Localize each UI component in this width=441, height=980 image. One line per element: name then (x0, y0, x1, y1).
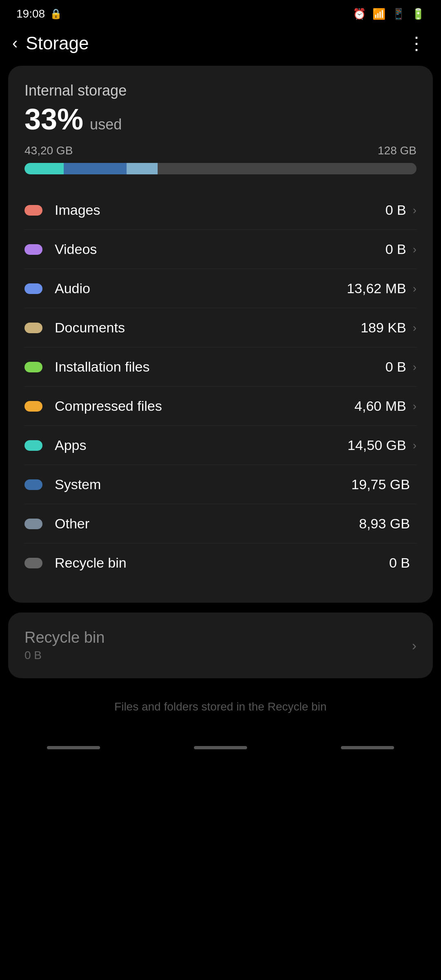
item-label: Compressed files (55, 398, 354, 414)
status-left: 19:08 🔒 (16, 7, 62, 20)
usage-percent: 33% (24, 102, 83, 136)
recycle-card-row: Recycle bin 0 B › (24, 629, 416, 662)
wifi-icon: 📶 (372, 8, 385, 20)
bar-segment-apps (64, 163, 127, 174)
item-label: Recycle bin (55, 555, 389, 571)
item-color-dot (24, 205, 42, 216)
item-size: 8,93 GB (359, 516, 410, 532)
more-options-button[interactable]: ⋮ (408, 33, 425, 53)
nav-pill-center (194, 746, 247, 749)
storage-item[interactable]: Apps14,50 GB› (24, 426, 416, 465)
item-label: Apps (55, 437, 347, 453)
back-button[interactable]: ‹ (12, 34, 18, 52)
item-color-dot (24, 440, 42, 451)
storage-item[interactable]: Videos0 B› (24, 230, 416, 269)
storage-item[interactable]: Installation files0 B› (24, 347, 416, 387)
total-gb-label: 128 GB (378, 144, 416, 157)
item-size: 14,50 GB (347, 437, 406, 453)
storage-item: Recycle bin0 B (24, 543, 416, 582)
storage-item[interactable]: Audio13,62 MB› (24, 269, 416, 308)
item-label: Videos (55, 241, 385, 257)
item-size: 4,60 MB (354, 398, 406, 414)
time-label: 19:08 (16, 7, 45, 20)
alarm-icon: ⏰ (353, 8, 366, 20)
storage-item: System19,75 GB (24, 465, 416, 504)
item-size: 0 B (385, 241, 406, 257)
top-bar: ‹ Storage ⋮ (0, 24, 441, 66)
nav-bar (0, 738, 441, 762)
recycle-card-title: Recycle bin (24, 629, 105, 646)
item-arrow-icon: › (413, 400, 416, 413)
item-size: 0 B (385, 359, 406, 375)
item-label: Other (55, 516, 359, 532)
item-label: Installation files (55, 359, 385, 375)
item-color-dot (24, 283, 42, 294)
item-arrow-icon: › (413, 282, 416, 295)
item-color-dot (24, 362, 42, 372)
usage-used-label: used (90, 116, 122, 133)
bar-segment-images (24, 163, 64, 174)
storage-item[interactable]: Documents189 KB› (24, 308, 416, 347)
nav-pill-left (47, 746, 100, 749)
recycle-card-info: Recycle bin 0 B (24, 629, 105, 662)
item-color-dot (24, 323, 42, 333)
item-arrow-icon: › (413, 243, 416, 256)
item-arrow-icon: › (413, 321, 416, 334)
recycle-bin-card[interactable]: Recycle bin 0 B › (8, 612, 433, 678)
storage-item[interactable]: Compressed files4,60 MB› (24, 387, 416, 426)
item-label: System (55, 477, 351, 492)
item-size: 0 B (389, 555, 410, 571)
battery-icon: 🔋 (412, 8, 425, 20)
status-right: ⏰ 📶 📱 🔋 (353, 8, 425, 20)
lock-icon: 🔒 (50, 8, 62, 20)
signal-icon: 📱 (392, 8, 405, 20)
status-bar: 19:08 🔒 ⏰ 📶 📱 🔋 (0, 0, 441, 24)
item-arrow-icon: › (413, 361, 416, 374)
storage-item[interactable]: Images0 B› (24, 191, 416, 230)
nav-pill-right (341, 746, 394, 749)
used-gb-label: 43,20 GB (24, 144, 73, 157)
item-size: 19,75 GB (351, 477, 410, 492)
item-color-dot (24, 401, 42, 412)
usage-row: 33% used (24, 102, 416, 136)
item-color-dot (24, 558, 42, 568)
storage-bar (24, 163, 416, 174)
item-size: 13,62 MB (347, 281, 406, 296)
item-label: Documents (55, 320, 361, 336)
top-bar-left: ‹ Storage (12, 33, 89, 53)
item-color-dot (24, 479, 42, 490)
storage-labels: 43,20 GB 128 GB (24, 144, 416, 157)
item-color-dot (24, 244, 42, 255)
recycle-card-subtitle: 0 B (24, 649, 105, 662)
item-size: 0 B (385, 202, 406, 218)
item-label: Audio (55, 281, 347, 296)
recycle-card-arrow-icon: › (412, 637, 416, 653)
storage-items-list: Images0 B›Videos0 B›Audio13,62 MB›Docume… (24, 191, 416, 582)
internal-storage-title: Internal storage (24, 82, 416, 99)
footer-note: Files and folders stored in the Recycle … (0, 688, 441, 738)
storage-item: Other8,93 GB (24, 504, 416, 543)
page-title: Storage (26, 33, 89, 53)
internal-storage-card: Internal storage 33% used 43,20 GB 128 G… (8, 66, 433, 603)
item-size: 189 KB (361, 320, 406, 336)
bar-segment-system (127, 163, 158, 174)
item-arrow-icon: › (413, 204, 416, 217)
item-label: Images (55, 202, 385, 218)
item-arrow-icon: › (413, 439, 416, 452)
item-color-dot (24, 519, 42, 529)
